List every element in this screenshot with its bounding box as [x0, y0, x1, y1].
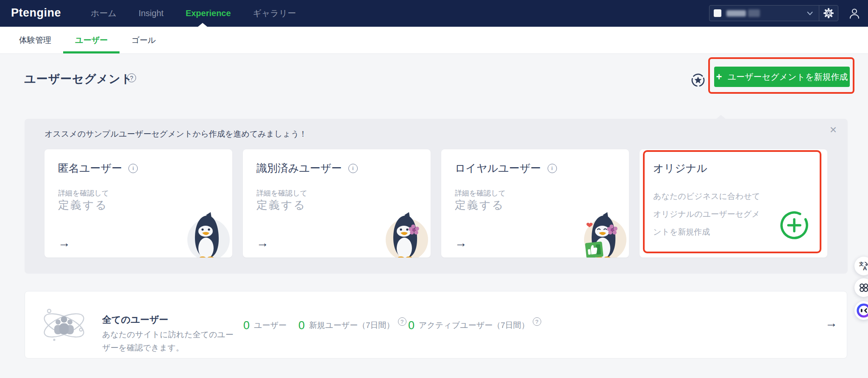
app-root: Ptengine ホーム Insight Experience ギャラリー	[0, 0, 868, 378]
info-icon[interactable]: i	[128, 164, 138, 173]
main-nav: ホーム Insight Experience ギャラリー	[91, 0, 296, 27]
card-description-line: あなたのビジネスに合わせて	[653, 191, 760, 202]
stat-label: ユーザー	[254, 320, 287, 331]
help-icon[interactable]: ?	[398, 317, 406, 326]
nav-item-experience[interactable]: Experience	[186, 8, 231, 18]
stat-value: 0	[243, 319, 250, 332]
ptengine-logo[interactable]: Ptengine	[11, 6, 61, 20]
sample-card-original[interactable]: オリジナル あなたのビジネスに合わせて オリジナルのユーザーセグメ ントを新規作…	[640, 149, 827, 258]
penguin-illustration	[181, 210, 231, 258]
apps-button[interactable]	[854, 278, 868, 297]
arrow-right-icon[interactable]: →	[58, 237, 70, 249]
all-users-title: 全てのユーザー	[102, 314, 168, 326]
user-icon	[848, 7, 861, 20]
sample-card-anonymous-users[interactable]: 匿名ユーザー i 詳細を確認して 定義する →	[45, 149, 232, 258]
project-name-redacted-2	[748, 9, 760, 17]
experience-tabbar: 体験管理 ユーザー ゴール	[0, 27, 868, 54]
sample-banner-message: オススメのサンプルユーザーセグメントから作成を進めてみましょう！	[45, 129, 307, 140]
card-action-label: 定義する	[58, 198, 108, 213]
all-users-description: あなたのサイトに訪れた全てのユーザーを確認できます。	[102, 328, 236, 354]
create-segment-button[interactable]: + ユーザーセグメントを新規作成	[714, 67, 850, 87]
page-title: ユーザーセグメント	[24, 71, 133, 87]
chevron-down-icon	[807, 11, 813, 15]
info-icon[interactable]: i	[548, 164, 557, 173]
all-users-atom-icon	[40, 303, 88, 347]
sample-segments-panel: オススメのサンプルユーザーセグメントから作成を進めてみましょう！ × 匿名ユーザ…	[25, 119, 848, 274]
help-icon[interactable]: ?	[533, 317, 541, 326]
card-subtitle: 詳細を確認して	[256, 188, 307, 198]
apps-grid-icon	[859, 283, 868, 293]
stat-active-users-7d: 0 アクティブユーザー（7日間） ?	[408, 318, 541, 333]
nav-item-insight[interactable]: Insight	[139, 8, 164, 18]
tab-users[interactable]: ユーザー	[63, 27, 120, 53]
card-description-line: ントを新規作成	[653, 227, 710, 238]
arrow-right-icon[interactable]: →	[455, 237, 467, 249]
card-title: オリジナル	[653, 161, 707, 175]
project-favicon	[714, 9, 721, 17]
project-name-redacted	[726, 10, 746, 17]
card-action-label: 定義する	[455, 198, 504, 213]
translate-icon: 文 A	[859, 261, 868, 271]
panel-pointer	[716, 115, 726, 119]
card-subtitle: 詳細を確認して	[455, 188, 506, 198]
gear-icon	[823, 8, 834, 19]
top-navbar: Ptengine ホーム Insight Experience ギャラリー	[0, 0, 868, 27]
close-icon[interactable]: ×	[830, 124, 837, 136]
nav-item-gallery[interactable]: ギャラリー	[253, 8, 296, 19]
arrow-right-icon[interactable]: →	[256, 237, 269, 249]
ai-assistant-icon	[856, 303, 868, 318]
tab-experience-management[interactable]: 体験管理	[7, 27, 63, 53]
stat-new-users-7d: 0 新規ユーザー（7日間） ?	[298, 318, 406, 333]
stat-value: 0	[408, 319, 415, 332]
card-title: ロイヤルユーザー	[455, 161, 541, 175]
ai-assistant-button[interactable]	[854, 301, 868, 320]
penguin-flower-illustration	[379, 210, 430, 258]
nav-item-home[interactable]: ホーム	[91, 8, 117, 19]
create-original-segment-button[interactable]	[778, 209, 810, 243]
info-icon[interactable]: i	[348, 164, 358, 173]
sample-card-identified-users[interactable]: 識別済みユーザー i 詳細を確認して 定義する →	[243, 149, 431, 258]
stat-label: アクティブユーザー（7日間）	[419, 320, 529, 331]
plus-circle-icon	[778, 209, 810, 241]
card-description-line: オリジナルのユーザーセグメ	[653, 209, 760, 220]
create-segment-label: ユーザーセグメントを新規作成	[728, 71, 848, 83]
plus-icon: +	[716, 72, 722, 82]
card-subtitle: 詳細を確認して	[58, 188, 109, 198]
card-action-label: 定義する	[256, 198, 306, 213]
thumbs-up-sign	[585, 241, 604, 258]
card-title: 識別済みユーザー	[256, 161, 342, 175]
active-nav-pointer	[198, 23, 207, 27]
card-title: 匿名ユーザー	[58, 161, 122, 175]
star-badge-icon	[691, 73, 705, 87]
penguin-thumbs-up-illustration	[577, 210, 628, 258]
translate-button[interactable]: 文 A	[854, 257, 868, 275]
arrow-right-icon[interactable]: →	[825, 317, 837, 329]
sample-card-row: 匿名ユーザー i 詳細を確認して 定義する →	[45, 149, 827, 258]
settings-button[interactable]	[819, 6, 838, 21]
stat-label: 新規ユーザー（7日間）	[309, 320, 394, 331]
account-button[interactable]	[848, 7, 861, 20]
project-selector[interactable]	[709, 5, 838, 21]
featured-segments-button[interactable]	[691, 73, 705, 87]
active-tab-indicator	[63, 51, 120, 53]
tab-goals[interactable]: ゴール	[120, 27, 168, 53]
sample-card-loyal-users[interactable]: ロイヤルユーザー i 詳細を確認して 定義する →	[441, 149, 629, 258]
title-help-icon[interactable]: ?	[127, 73, 136, 82]
stat-users: 0 ユーザー	[243, 318, 287, 333]
all-users-card[interactable]: 全てのユーザー あなたのサイトに訪れた全てのユーザーを確認できます。 0 ユーザ…	[25, 291, 847, 358]
svg-text:A: A	[863, 265, 867, 271]
stat-value: 0	[298, 319, 305, 332]
